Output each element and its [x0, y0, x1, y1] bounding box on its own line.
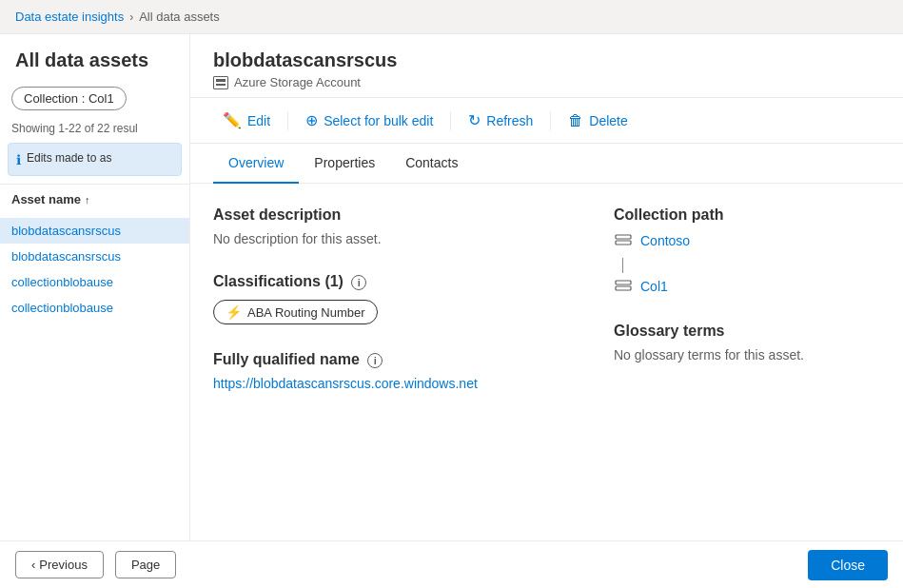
collection-filter[interactable]: Collection : Col1 [11, 87, 127, 110]
delete-button[interactable]: 🗑 Delete [559, 108, 637, 133]
fqn-value[interactable]: https://blobdatascansrscus.core.windows.… [213, 376, 583, 391]
detail-title: blobdatascansrscus [213, 49, 880, 71]
glossary-terms-section: Glossary terms No glossary terms for thi… [614, 323, 880, 363]
edit-button[interactable]: ✏️ Edit [213, 108, 280, 133]
classification-badge-text: ABA Routing Number [247, 305, 365, 320]
detail-content: Asset description No description for thi… [190, 184, 903, 540]
main-layout: All data assets Collection : Col1 Showin… [0, 34, 903, 540]
asset-list: blobdatascansrscus blobdatascansrscus co… [0, 214, 189, 540]
detail-left-col: Asset description No description for thi… [213, 206, 583, 518]
refresh-icon: ↻ [468, 111, 481, 129]
asset-list-header-label: Asset name [11, 192, 81, 206]
glossary-terms-text: No glossary terms for this asset. [614, 347, 880, 363]
page-label: Page [131, 558, 160, 572]
refresh-label: Refresh [486, 113, 533, 128]
fqn-info-icon[interactable]: i [367, 353, 383, 368]
asset-description-text: No description for this asset. [213, 231, 583, 246]
sort-icon[interactable]: ↑ [85, 194, 90, 206]
path-connector [622, 258, 623, 273]
svg-rect-1 [616, 241, 631, 245]
info-banner: ℹ Edits made to as [8, 143, 182, 176]
fqn-section: Fully qualified name i https://blobdatas… [213, 351, 583, 391]
list-item[interactable]: collectionblobause [0, 269, 189, 295]
tabs: Overview Properties Contacts [190, 144, 903, 184]
delete-icon: 🗑 [568, 112, 583, 129]
detail-header: blobdatascansrscus Azure Storage Account [190, 34, 903, 98]
detail-subtitle: Azure Storage Account [213, 75, 880, 89]
collection-path-col1[interactable]: Col1 [640, 279, 668, 294]
asset-list-header: Asset name ↑ [0, 184, 189, 214]
previous-button[interactable]: ‹ Previous [15, 551, 104, 578]
classification-badge: ⚡ ABA Routing Number [213, 300, 378, 324]
prev-chevron-icon: ‹ [31, 558, 35, 572]
svg-rect-0 [616, 235, 631, 239]
left-panel: All data assets Collection : Col1 Showin… [0, 34, 190, 540]
bulk-edit-icon: ⊕ [305, 111, 318, 129]
edit-label: Edit [247, 113, 270, 128]
tab-contacts[interactable]: Contacts [390, 144, 473, 184]
toolbar-divider-3 [550, 111, 551, 130]
page-button[interactable]: Page [115, 551, 176, 578]
detail-right-col: Collection path Contoso [614, 206, 880, 518]
delete-label: Delete [589, 113, 627, 128]
asset-description-section: Asset description No description for thi… [213, 206, 583, 246]
showing-text: Showing 1-22 of 22 resul [0, 118, 189, 143]
fqn-heading: Fully qualified name i [213, 351, 583, 368]
pagination-bar: ‹ Previous Page Close [0, 540, 903, 588]
svg-rect-3 [616, 286, 631, 290]
detail-subtitle-text: Azure Storage Account [234, 75, 361, 89]
refresh-button[interactable]: ↻ Refresh [459, 108, 542, 133]
collection-db-icon [614, 231, 633, 250]
lightning-icon: ⚡ [226, 304, 242, 320]
toolbar-divider [287, 111, 288, 130]
bulk-edit-label: Select for bulk edit [324, 113, 433, 128]
collection-path-item-col1: Col1 [614, 277, 880, 296]
info-banner-text: Edits made to as [27, 151, 111, 165]
classifications-heading: Classifications (1) i [213, 273, 583, 290]
collection-db-icon-2 [614, 277, 633, 296]
tab-properties[interactable]: Properties [299, 144, 390, 184]
list-item[interactable]: blobdatascansrscus [0, 244, 189, 269]
right-panel: blobdatascansrscus Azure Storage Account… [190, 34, 903, 540]
breadcrumb-bar: Data estate insights › All data assets [0, 0, 903, 34]
collection-path-item-contoso: Contoso [614, 231, 880, 250]
toolbar: ✏️ Edit ⊕ Select for bulk edit ↻ Refresh… [190, 98, 903, 144]
list-item[interactable]: collectionblobause [0, 295, 189, 321]
edit-icon: ✏️ [223, 111, 242, 129]
breadcrumb-separator: › [129, 10, 133, 24]
classifications-section: Classifications (1) i ⚡ ABA Routing Numb… [213, 273, 583, 324]
breadcrumb-current: All data assets [139, 10, 220, 24]
svg-rect-2 [616, 281, 631, 284]
glossary-terms-heading: Glossary terms [614, 323, 880, 340]
storage-icon [213, 76, 228, 89]
classifications-info-icon[interactable]: i [351, 275, 366, 290]
list-item[interactable]: blobdatascansrscus [0, 218, 189, 244]
breadcrumb-parent[interactable]: Data estate insights [15, 10, 124, 24]
collection-path-contoso[interactable]: Contoso [640, 233, 690, 248]
bulk-edit-button[interactable]: ⊕ Select for bulk edit [296, 108, 442, 133]
info-icon: ℹ [16, 152, 21, 167]
collection-path-section: Collection path Contoso [614, 206, 880, 296]
close-button[interactable]: Close [808, 550, 888, 580]
asset-description-heading: Asset description [213, 206, 583, 224]
tab-overview[interactable]: Overview [213, 144, 299, 184]
toolbar-divider-2 [450, 111, 451, 130]
previous-label: Previous [39, 558, 88, 572]
collection-path-heading: Collection path [614, 206, 880, 224]
left-panel-title: All data assets [0, 34, 189, 79]
